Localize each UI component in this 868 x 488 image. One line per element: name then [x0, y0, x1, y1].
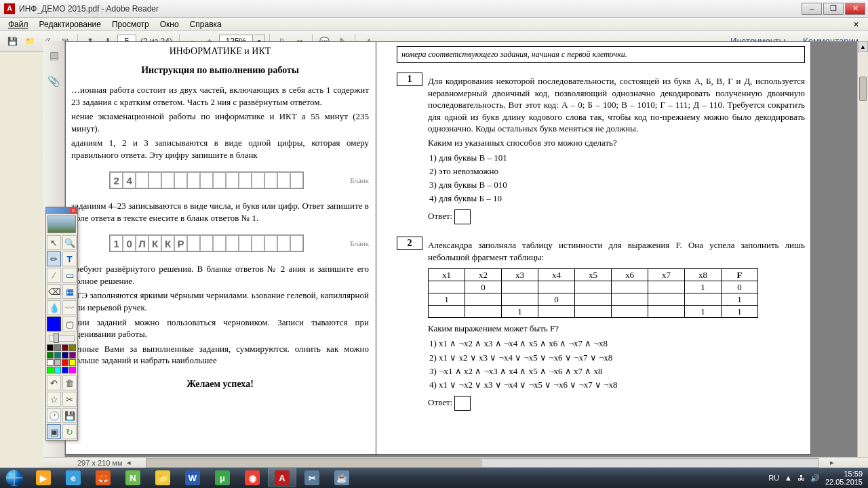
blank-label-2: Бланк — [350, 239, 369, 247]
save-tool-icon[interactable]: 💾 — [62, 408, 77, 423]
scroll-up-icon[interactable]: ▲ — [858, 41, 868, 52]
stamp-tool-icon[interactable]: ☆ — [47, 392, 61, 407]
taskbar-item-notepadpp[interactable]: N — [119, 468, 147, 487]
clock-tool-icon[interactable]: 🕐 — [47, 408, 61, 423]
color-swatch[interactable] — [62, 359, 68, 366]
color-swatch[interactable] — [54, 352, 61, 359]
close-doc-button[interactable]: × — [848, 18, 864, 30]
tray-volume-icon[interactable]: 🔊 — [810, 474, 820, 483]
pdf-page: ИНФОРМАТИКЕ и ИКТ Инструкция по выполнен… — [65, 41, 811, 455]
menu-edit[interactable]: Редактирование — [34, 18, 106, 30]
start-button[interactable] — [0, 468, 28, 488]
q1-number: 1 — [397, 73, 422, 86]
opacity-slider[interactable] — [49, 335, 75, 342]
menu-file[interactable]: Файл — [3, 18, 34, 30]
q2-number: 2 — [397, 237, 422, 250]
grid-tool-icon[interactable]: ▦ — [62, 284, 77, 299]
color-swatch[interactable] — [47, 367, 54, 373]
note-box: номера соответствующего задания, начиная… — [397, 46, 805, 63]
close-button[interactable]: ✕ — [845, 3, 865, 15]
minimize-button[interactable]: – — [802, 3, 822, 15]
palette-close-icon[interactable]: × — [70, 207, 77, 214]
undo-icon[interactable]: ↶ — [47, 375, 61, 390]
slider-knob[interactable] — [54, 333, 59, 343]
trash-icon[interactable]: 🗑 — [62, 375, 77, 390]
taskbar-item-chrome[interactable]: ◉ — [238, 468, 267, 487]
thumbnails-icon[interactable]: ▤ — [47, 48, 62, 63]
dropper-tool-icon[interactable]: 💧 — [47, 300, 61, 315]
open-icon[interactable]: 📁 — [22, 33, 38, 49]
taskbar-item-screenshot[interactable]: ✂ — [298, 468, 326, 487]
taskbar-item-firefox[interactable]: 🦊 — [89, 468, 117, 487]
brush-tool-icon[interactable]: 〰 — [62, 300, 77, 315]
taskbar-item-word[interactable]: W — [178, 468, 207, 487]
color-swatch[interactable] — [62, 352, 68, 359]
color-swatch[interactable] — [69, 367, 76, 373]
maximize-button[interactable]: ❐ — [823, 3, 844, 15]
java-icon: ☕ — [334, 470, 349, 485]
hscroll-thumb[interactable] — [146, 459, 483, 467]
color-swatch[interactable] — [47, 352, 54, 359]
answer-box-1 — [454, 209, 471, 224]
notepadpp-icon: N — [125, 470, 140, 485]
text-tool-icon[interactable]: T — [62, 251, 77, 266]
palette-header[interactable]: × — [46, 207, 77, 214]
left-p3: аданиям 1, 2 и 3 записываются в виде одн… — [71, 137, 369, 161]
horizontal-scrollbar[interactable] — [146, 458, 820, 468]
pencil-tool-icon[interactable]: ✏ — [47, 251, 61, 266]
color-swatch[interactable] — [54, 344, 61, 351]
page-right-column: номера соответствующего задания, начиная… — [390, 42, 808, 455]
tray-network-icon[interactable]: 🖧 — [797, 474, 805, 482]
truth-table: x1x2x3x4x5x6x7x8F010101111 — [428, 268, 758, 318]
attachments-icon[interactable]: 📎 — [47, 74, 62, 89]
taskbar-item-utorrent[interactable]: μ — [208, 468, 237, 487]
q1-ask: Каким из указанных способов это можно сд… — [428, 138, 805, 148]
drawing-tool-palette[interactable]: × ↖🔍 ✏T ∕▭ ⌫▦ 💧〰 ▢ ↶🗑 ☆✂ 🕐💾 ▣↻ — [45, 207, 78, 441]
q2-ask: Каким выражением может быть F? — [428, 323, 805, 334]
current-color-swatch[interactable] — [47, 317, 61, 331]
color-palette-grid[interactable] — [47, 344, 77, 373]
chrome-icon: ◉ — [245, 470, 260, 485]
marker-tool-icon[interactable]: ∕ — [47, 268, 61, 283]
color-swatch[interactable] — [54, 367, 61, 373]
tray-lang[interactable]: RU — [768, 474, 779, 482]
refresh-tool-icon[interactable]: ↻ — [62, 424, 77, 439]
menu-window[interactable]: Окно — [155, 18, 184, 30]
color-swatch[interactable] — [69, 344, 76, 351]
document-viewport[interactable]: ИНФОРМАТИКЕ и ИКТ Инструкция по выполнен… — [65, 41, 857, 468]
capture-tool-icon[interactable]: ▣ — [47, 424, 61, 439]
taskbar-item-player[interactable]: ▶ — [29, 468, 58, 487]
vertical-scrollbar[interactable]: ▲ ▼ — [857, 41, 868, 468]
wish-text: Желаем успеха! — [71, 379, 369, 390]
menu-view[interactable]: Просмотр — [106, 18, 155, 30]
taskbar-item-adobe[interactable]: A — [268, 468, 296, 487]
color-swatch[interactable] — [47, 359, 54, 366]
left-p8: ченные Вами за выполненные задания, сумм… — [71, 343, 369, 367]
eraser-tool-icon[interactable]: ⌫ — [47, 284, 61, 299]
menu-help[interactable]: Справка — [184, 18, 227, 30]
ie-icon: e — [66, 470, 81, 485]
tray-flag-icon[interactable]: ▲ — [785, 474, 792, 482]
select-tool-icon[interactable]: ↖ — [47, 235, 61, 250]
cut-tool-icon[interactable]: ✂ — [62, 392, 77, 407]
scroll-thumb[interactable] — [859, 77, 867, 101]
color-swatch[interactable] — [69, 359, 76, 366]
taskbar-item-ie[interactable]: e — [59, 468, 87, 487]
color-swatch[interactable] — [47, 344, 54, 351]
windows-taskbar[interactable]: ▶e🦊N📁Wμ◉A✂☕ RU ▲ 🖧 🔊 15:5922.05.2015 — [0, 468, 868, 488]
taskbar-item-java[interactable]: ☕ — [328, 468, 356, 487]
fill-tool-icon[interactable]: ▢ — [62, 317, 77, 331]
color-swatch[interactable] — [62, 344, 68, 351]
save-icon[interactable]: 💾 — [4, 33, 20, 49]
menubar: Файл Редактирование Просмотр Окно Справк… — [0, 18, 868, 31]
zoom-tool-icon[interactable]: 🔍 — [62, 235, 77, 250]
system-tray[interactable]: RU ▲ 🖧 🔊 15:5922.05.2015 — [768, 470, 868, 486]
color-swatch[interactable] — [54, 359, 61, 366]
tray-clock[interactable]: 15:5922.05.2015 — [825, 470, 863, 486]
q2-text: Александра заполняла таблицу истинности … — [428, 239, 805, 263]
taskbar-item-explorer[interactable]: 📁 — [149, 468, 177, 487]
left-p6: ЕГЭ заполняются яркими чёрными чернилами… — [71, 289, 369, 313]
rect-tool-icon[interactable]: ▭ — [62, 268, 77, 283]
color-swatch[interactable] — [62, 367, 68, 373]
color-swatch[interactable] — [69, 352, 76, 359]
